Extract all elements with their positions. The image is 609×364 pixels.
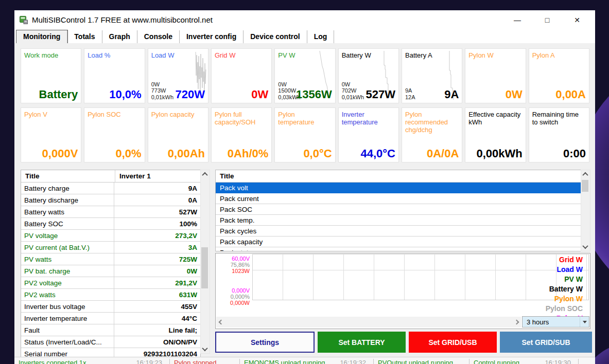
time-range-select[interactable]: 3 hours: [522, 316, 589, 327]
chevron-down-icon: [583, 321, 587, 323]
table-row-battery-charge[interactable]: Battery charge9A: [21, 183, 200, 194]
settings-button[interactable]: Settings: [215, 332, 315, 353]
legend-load-w: Load W: [546, 265, 583, 275]
close-button[interactable]: ✕: [562, 10, 592, 29]
card-title: Remaining time to switch: [529, 108, 589, 129]
row-value: 9A: [114, 185, 200, 192]
table-row-pv-bat-charge[interactable]: PV bat. charge0W: [21, 265, 200, 277]
table-row-pv2-watts[interactable]: PV2 watts631W: [21, 289, 200, 301]
table-row-pv-current-at-bat-v[interactable]: PV current (at Bat.V.)3A: [21, 242, 200, 253]
set-grid-sub-button[interactable]: Set GRID/SUB: [500, 332, 592, 353]
row-label: Inverter temperature: [21, 313, 114, 324]
scroll-down-icon[interactable]: [581, 243, 589, 251]
table-header-title: Title: [21, 170, 115, 182]
row-value: ON/ON/PV: [114, 338, 200, 346]
y-axis-label: 0,000W: [216, 300, 250, 306]
tab-monitoring[interactable]: Monitoring: [16, 30, 67, 43]
maximize-button[interactable]: □: [532, 10, 562, 29]
status-bar: Inverters connected 1x16:19:23Pylon stop…: [14, 357, 595, 364]
table-row-pv-watts[interactable]: PV watts725W: [21, 253, 200, 265]
list-item-pack-temp[interactable]: Pack temp.: [216, 215, 581, 226]
table-row-inverter-temperature[interactable]: Inverter temperature44°C: [21, 313, 200, 324]
table-row-pv-voltage[interactable]: PV voltage273,2V: [21, 230, 200, 242]
chart-time-scrollbar[interactable]: [216, 317, 521, 327]
row-value: 725W: [114, 256, 200, 263]
card-effective-capacity-kwh: Effective capacity kWh0,00kWh: [465, 107, 526, 162]
table-row-fault[interactable]: FaultLine fail;: [21, 324, 200, 336]
status-control-running: Control running16:19:30: [469, 359, 579, 364]
table-row-inverter-bus-voltage[interactable]: Inverter bus voltage455V: [21, 301, 200, 313]
row-value: 631W: [114, 291, 200, 299]
card-title: Grid W: [212, 49, 271, 62]
list-item-pack-current[interactable]: Pack current: [216, 193, 581, 204]
card-battery-a: Battery A9A12A9A: [402, 48, 462, 103]
card-title: Pylon capacity: [148, 108, 208, 121]
status-pvoutput-upload-running: PVOutput upload running: [374, 359, 469, 364]
row-label: PV current (at Bat.V.): [21, 242, 114, 253]
minimize-button[interactable]: —: [502, 10, 532, 29]
chart-plot: [252, 254, 589, 300]
tab-totals[interactable]: Totals: [67, 30, 102, 43]
card-value: 0,0%: [116, 147, 142, 160]
pack-list-scrollbar[interactable]: [581, 170, 590, 251]
set-grid-usb-button[interactable]: Set GRID/USB: [409, 332, 497, 353]
list-item-pack-cycles[interactable]: Pack cycles: [216, 226, 581, 236]
card-value: 720W: [176, 88, 205, 101]
card-pylon-a: Pylon A0,00A: [529, 48, 589, 103]
scroll-up-icon[interactable]: [581, 170, 589, 178]
card-title: Pylon W: [465, 49, 525, 62]
scroll-right-icon[interactable]: [512, 317, 521, 327]
row-value: 100%: [114, 220, 200, 228]
card-remaining-time-to-switch: Remaining time to switch0:00: [529, 107, 589, 162]
list-item-pack-status[interactable]: Pack status: [216, 247, 581, 251]
list-item-pack-soc[interactable]: Pack SOC: [216, 204, 581, 215]
row-label: Battery SOC: [21, 218, 114, 229]
row-label: Fault: [21, 324, 114, 336]
tab-graph[interactable]: Graph: [102, 30, 137, 43]
titlebar[interactable]: MultiSIBControl 1.7 FREE at www.multisib…: [14, 10, 595, 29]
card-value: Battery: [39, 88, 78, 101]
scrollbar-thumb[interactable]: [201, 247, 208, 288]
scroll-up-icon[interactable]: [201, 170, 208, 178]
window-title: MultiSIBControl 1.7 FREE at www.multisib…: [32, 15, 213, 24]
row-value: 3A: [114, 244, 200, 251]
card-pylon-temperature: Pylon temperature0,0°C: [274, 107, 335, 162]
scroll-down-icon[interactable]: [201, 345, 208, 353]
table-row-pv2-voltage[interactable]: PV2 voltage291,2V: [21, 277, 200, 289]
card-value: 0,00kWh: [476, 147, 522, 160]
row-label: Status (Inverter/Load/C...: [21, 336, 114, 348]
table-row-battery-soc[interactable]: Battery SOC100%: [21, 218, 200, 230]
row-value: 527W: [114, 208, 200, 216]
tab-inverter-config[interactable]: Inverter config: [180, 30, 243, 43]
list-item-pack-volt[interactable]: Pack volt: [216, 183, 581, 193]
table-row-battery-discharge[interactable]: Battery discharge0A: [21, 194, 200, 206]
tab-log[interactable]: Log: [307, 30, 335, 43]
row-value: 291,2V: [114, 279, 200, 287]
window-controls: — □ ✕: [502, 10, 592, 29]
list-item-pack-capacity[interactable]: Pack capacity: [216, 236, 581, 247]
row-value: 0W: [114, 267, 200, 275]
scrollbar-thumb[interactable]: [582, 180, 588, 192]
scroll-left-icon[interactable]: [216, 317, 225, 327]
card-title: Pylon SOC: [84, 108, 144, 121]
desktop: MultiSIBControl 1.7 FREE at www.multisib…: [0, 0, 609, 364]
table-row-battery-watts[interactable]: Battery watts527W: [21, 206, 200, 218]
row-value: 44°C: [114, 315, 200, 322]
card-value: 0Ah/0%: [228, 147, 268, 160]
left-table-scrollbar[interactable]: [200, 170, 210, 354]
app-icon: [20, 16, 28, 24]
card-value: 0:00: [563, 147, 586, 160]
y-axis-label: 0,000%: [216, 294, 250, 300]
tab-device-control[interactable]: Device control: [243, 30, 307, 43]
card-load-w: Load W0W773W0,01kWh720W: [148, 48, 208, 103]
tab-console[interactable]: Console: [137, 30, 180, 43]
card-title: Inverter temperature: [339, 108, 398, 129]
row-label: PV voltage: [21, 230, 114, 241]
table-header-inverter1: Inverter 1: [115, 172, 200, 180]
dropdown-button[interactable]: [580, 317, 589, 327]
time-range-value: 3 hours: [523, 318, 580, 326]
set-battery-button[interactable]: Set BATTERY: [318, 332, 406, 353]
table-row-status-inverter-load-c[interactable]: Status (Inverter/Load/C...ON/ON/PV: [21, 336, 200, 348]
inverter-values-table: Title Inverter 1 Battery charge9ABattery…: [21, 170, 201, 360]
action-buttons: SettingsSet BATTERYSet GRID/USBSet GRID/…: [215, 332, 592, 353]
